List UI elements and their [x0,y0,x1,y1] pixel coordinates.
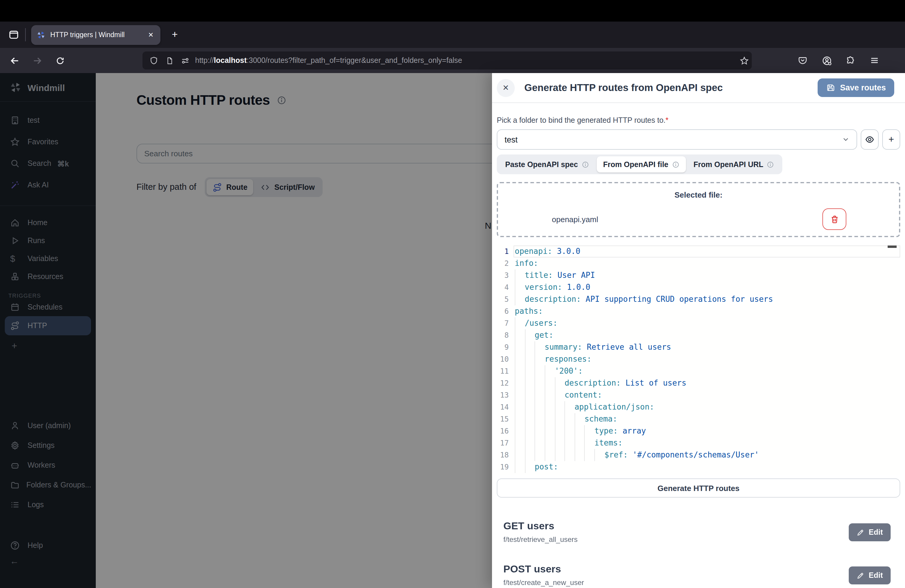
info-icon[interactable] [672,161,679,168]
url-text[interactable]: http://localhost:3000/routes?filter_path… [195,56,736,65]
route-row-get-users: GET usersf/test/retrieve_all_usersEdit [497,516,900,548]
yaml-value: User API [553,271,595,280]
folder-select-value: test [505,135,842,144]
code-text: version: 1.0.0 [515,281,590,293]
openapi-code-editor[interactable]: 1openapi: 3.0.02info:3title: User API4ve… [497,245,900,475]
line-number: 5 [497,295,509,304]
edit-route-button[interactable]: Edit [849,566,891,585]
close-icon[interactable]: ✕ [497,79,515,97]
code-text: content: [515,389,602,401]
permissions-icon[interactable] [177,56,193,65]
tab-paste-openapi-spec[interactable]: Paste OpenAPI spec [499,156,595,172]
pocket-icon[interactable] [794,51,811,70]
info-icon[interactable] [581,161,589,168]
tab-label: Paste OpenAPI spec [505,160,578,168]
code-line: 8get: [497,329,900,341]
edit-route-button[interactable]: Edit [849,523,891,541]
yaml-value: 1.0.0 [562,283,591,292]
yaml-key: schema: [584,414,618,423]
save-routes-button[interactable]: Save routes [818,78,894,97]
chevron-down-icon [842,136,849,143]
line-number: 16 [497,427,509,435]
code-line: 6paths: [497,305,900,317]
code-line: 2info: [497,257,900,269]
tab-from-openapi-url[interactable]: From OpenAPI URL [687,156,781,172]
back-button[interactable] [5,51,23,70]
line-number: 12 [497,379,509,388]
pencil-icon [857,572,865,579]
line-number: 13 [497,391,509,399]
yaml-key: /users: [525,319,557,327]
current-line-highlight [514,245,900,257]
firefox-view-icon[interactable] [5,26,23,44]
route-info: GET usersf/test/retrieve_all_users [503,520,849,545]
generate-http-routes-button[interactable]: Generate HTTP routes [497,478,900,497]
page-info-icon[interactable] [162,57,177,64]
line-number: 9 [497,343,509,351]
tab-close-icon[interactable]: ✕ [144,28,157,41]
yaml-key: content: [564,390,602,399]
folder-select[interactable]: test [497,129,857,150]
url-bar[interactable]: http://localhost:3000/routes?filter_path… [143,51,752,70]
yaml-key: get: [535,331,554,340]
yaml-key: summary: [545,343,582,351]
code-line: 9summary: Retrieve all users [497,341,900,353]
yaml-key: $ref: [605,450,628,459]
line-number: 6 [497,307,509,316]
delete-file-button[interactable] [822,208,846,230]
code-text: summary: Retrieve all users [515,341,671,353]
yaml-key: post: [535,462,558,471]
route-row-post-users: POST usersf/test/create_a_new_userEdit [497,559,900,588]
code-text: responses: [515,353,591,365]
line-number: 3 [497,271,509,280]
preview-folder-eye-button[interactable] [861,129,879,150]
account-icon[interactable] [818,51,835,70]
yaml-value: API supporting CRUD operations for users [581,295,773,304]
route-path: f/test/create_a_new_user [503,577,849,588]
editor-scrollbar-thumb[interactable] [888,245,897,248]
drawer-title: Generate HTTP routes from OpenAPI spec [524,82,818,94]
browser-tab-bar: HTTP triggers | Windmill ✕ + [0,22,905,48]
code-line: 15schema: [497,413,900,425]
code-line: 12description: List of users [497,377,900,389]
yaml-key: description: [525,295,581,304]
reload-button[interactable] [51,51,69,70]
file-dropzone[interactable]: Selected file: openapi.yaml [497,182,900,237]
edit-label: Edit [869,528,883,537]
yaml-value: '#/components/schemas/User' [628,450,759,459]
code-text: /users: [515,317,557,329]
page-viewport: Windmill testFavoritesSearch⌘kAsk AI Hom… [0,73,905,588]
new-tab-button[interactable]: + [167,26,183,43]
code-text: description: List of users [515,377,686,389]
code-line: 18$ref: '#/components/schemas/User' [497,449,900,461]
line-number: 2 [497,259,509,268]
openapi-drawer: ✕ Generate HTTP routes from OpenAPI spec… [492,73,905,588]
shield-icon[interactable] [146,56,162,65]
bookmark-star-icon[interactable] [736,56,752,65]
yaml-value: Retrieve all users [582,343,671,351]
tab-title: HTTP triggers | Windmill [50,31,144,38]
forward-button[interactable] [28,51,46,70]
info-icon[interactable] [767,161,774,168]
menu-hamburger-icon[interactable] [865,51,883,70]
line-number: 4 [497,283,509,292]
browser-tab[interactable]: HTTP triggers | Windmill ✕ [31,25,160,44]
code-line: 4version: 1.0.0 [497,281,900,293]
yaml-key: items: [594,438,622,447]
line-number: 19 [497,463,509,471]
yaml-key: paths: [515,307,543,316]
yaml-key: description: [564,378,621,388]
route-path: f/test/retrieve_all_users [503,534,849,545]
url-scheme: http:// [195,56,214,65]
code-text: schema: [515,413,618,425]
line-number: 10 [497,355,509,364]
code-text: info: [515,257,538,269]
code-text: post: [515,461,558,473]
code-line: 11'200': [497,365,900,377]
save-routes-label: Save routes [840,83,886,92]
line-number: 11 [497,367,509,375]
extensions-puzzle-icon[interactable] [841,51,859,70]
code-line: 7/users: [497,317,900,329]
add-folder-button[interactable]: + [882,129,900,150]
tab-from-openapi-file[interactable]: From OpenAPI file [597,156,686,172]
